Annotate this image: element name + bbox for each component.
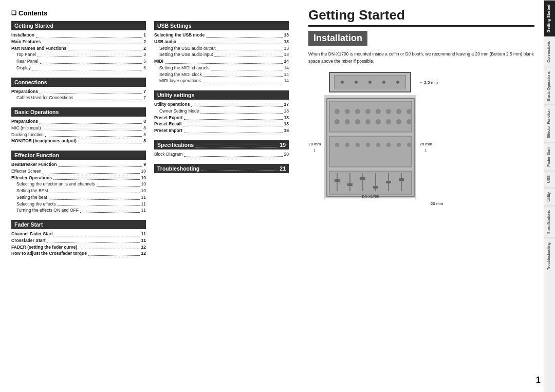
toc-page: 8 bbox=[143, 138, 146, 144]
toc-item: MIDI layer operations14 bbox=[154, 78, 289, 84]
toc-item: Owner Setting Mode18 bbox=[154, 108, 289, 115]
toc-dots bbox=[88, 255, 140, 256]
toc-dots bbox=[53, 179, 140, 180]
tab-item[interactable]: Basic Operations bbox=[544, 67, 555, 105]
tab-item[interactable]: Effector Function bbox=[544, 105, 555, 143]
installation-heading: Installation bbox=[308, 31, 367, 46]
toc-dots bbox=[43, 173, 139, 174]
toc-page: 10 bbox=[141, 181, 146, 188]
svg-point-19 bbox=[335, 143, 339, 147]
toc-item: Preset Import18 bbox=[154, 127, 289, 134]
svg-point-4 bbox=[355, 109, 360, 114]
toc-page: 13 bbox=[284, 45, 289, 52]
toc-label: Preset Recall bbox=[154, 121, 181, 127]
svg-point-9 bbox=[406, 109, 412, 114]
tab-item[interactable]: Fader Start bbox=[544, 143, 555, 171]
toc-page: 13 bbox=[284, 32, 289, 39]
toc-item: FADER (setting the fader curve)12 bbox=[11, 244, 146, 251]
toc-dots bbox=[214, 57, 282, 57]
toc-item: Effecter Screen10 bbox=[11, 168, 146, 175]
toc-page: 20 bbox=[284, 151, 289, 158]
contents-title: Contents bbox=[11, 9, 289, 17]
svg-point-5 bbox=[365, 109, 371, 114]
dim-label-left: 20 mm bbox=[308, 142, 321, 146]
toc-page: 3 bbox=[143, 51, 146, 58]
toc-label: Setting the USB audio input bbox=[159, 51, 213, 58]
svg-point-7 bbox=[386, 109, 391, 114]
svg-rect-35 bbox=[347, 183, 353, 186]
toc-dots bbox=[165, 63, 283, 64]
section-header: Effector Function bbox=[11, 151, 146, 160]
tab-item[interactable]: USB bbox=[544, 171, 555, 187]
toc-page: 11 bbox=[141, 194, 146, 201]
toc-columns: Getting StartedInstallation1Main Feature… bbox=[11, 21, 289, 383]
toc-page: 2 bbox=[143, 45, 146, 52]
toc-label: Setting the MIDI clock bbox=[159, 71, 202, 78]
toc-panel: Contents Getting StartedInstallation1Mai… bbox=[0, 0, 298, 392]
toc-page: 5 bbox=[143, 58, 146, 65]
section-header: Troubleshooting21 bbox=[154, 164, 289, 173]
svg-point-6 bbox=[376, 109, 381, 114]
installation-diagram: ← 2.5 mm 20 mm ↕ bbox=[308, 72, 534, 206]
toc-label: Top Panel bbox=[16, 51, 36, 58]
tab-item[interactable]: Utility bbox=[544, 188, 555, 206]
toc-label: Block Diagram bbox=[154, 151, 182, 158]
toc-label: Selecting the effects bbox=[16, 201, 55, 208]
toc-page: 13 bbox=[284, 51, 289, 58]
toc-page: 11 bbox=[141, 207, 146, 214]
toc-label: Effecter Screen bbox=[11, 168, 41, 175]
toc-item: Main Features2 bbox=[11, 39, 146, 45]
toc-label: Preparations bbox=[11, 118, 38, 125]
toc-item: BeatBreaker Function9 bbox=[11, 161, 146, 168]
toc-dots bbox=[184, 133, 283, 133]
toc-label: Installation bbox=[11, 32, 34, 39]
installation-description: When the DN-X1700 is mounted inside a co… bbox=[308, 51, 534, 65]
tab-item[interactable]: Specifications bbox=[544, 206, 555, 238]
svg-rect-27 bbox=[329, 171, 412, 194]
toc-label: Crossfader Start bbox=[11, 237, 46, 244]
svg-rect-37 bbox=[373, 186, 378, 189]
toc-section: ConnectionsPreparations7Cables Used for … bbox=[11, 78, 146, 102]
toc-page: 10 bbox=[141, 175, 146, 181]
toc-dots bbox=[36, 37, 142, 38]
tab-item[interactable]: Getting Started bbox=[544, 0, 555, 36]
svg-rect-36 bbox=[360, 177, 365, 180]
toc-item: Channel Fader Start11 bbox=[11, 231, 146, 237]
section-header: Connections bbox=[11, 78, 146, 87]
toc-label: Preset Export bbox=[154, 115, 182, 121]
toc-label: BeatBreaker Function bbox=[11, 161, 57, 168]
toc-label: MONITOR (headphones output) bbox=[11, 138, 77, 144]
toc-label: Selecting the USB mode bbox=[154, 32, 205, 39]
toc-section: Effector FunctionBeatBreaker Function9Ef… bbox=[11, 151, 146, 214]
toc-page: 18 bbox=[284, 127, 289, 134]
svg-rect-34 bbox=[335, 179, 340, 182]
toc-section: Utility settingsUtility operations17Owne… bbox=[154, 90, 289, 134]
svg-point-13 bbox=[365, 119, 371, 124]
toc-page: 8 bbox=[143, 125, 146, 132]
dim-label-bottom: 20 mm bbox=[431, 201, 443, 206]
toc-dots bbox=[40, 63, 142, 64]
tab-item[interactable]: Troubleshooting bbox=[544, 238, 555, 274]
svg-rect-38 bbox=[386, 181, 391, 183]
toc-page: 7 bbox=[143, 88, 146, 95]
svg-point-2 bbox=[335, 109, 340, 114]
toc-item: Ducking function8 bbox=[11, 132, 146, 138]
toc-item: Setting the BPM10 bbox=[11, 188, 146, 194]
section-header: Getting Started bbox=[11, 21, 146, 30]
toc-page: 17 bbox=[284, 101, 289, 108]
toc-item: How to adjust the Crossfader torque12 bbox=[11, 250, 146, 257]
section-header: Utility settings bbox=[154, 90, 289, 100]
toc-label: Setting the MIDI channels bbox=[159, 65, 209, 71]
svg-point-22 bbox=[366, 143, 370, 147]
toc-page: 2 bbox=[143, 39, 146, 45]
tab-item[interactable]: Connections bbox=[544, 36, 555, 67]
toc-dots bbox=[184, 119, 282, 120]
toc-label: Utility operations bbox=[154, 101, 190, 108]
toc-page: 11 bbox=[141, 237, 146, 244]
toc-item: Setting the beat11 bbox=[11, 194, 146, 201]
svg-rect-39 bbox=[399, 178, 404, 181]
toc-item: Preparations7 bbox=[11, 88, 146, 95]
svg-point-12 bbox=[355, 119, 360, 124]
toc-item: Selecting the effects11 bbox=[11, 201, 146, 208]
toc-item: Turning the effects ON and OFF11 bbox=[11, 207, 146, 214]
